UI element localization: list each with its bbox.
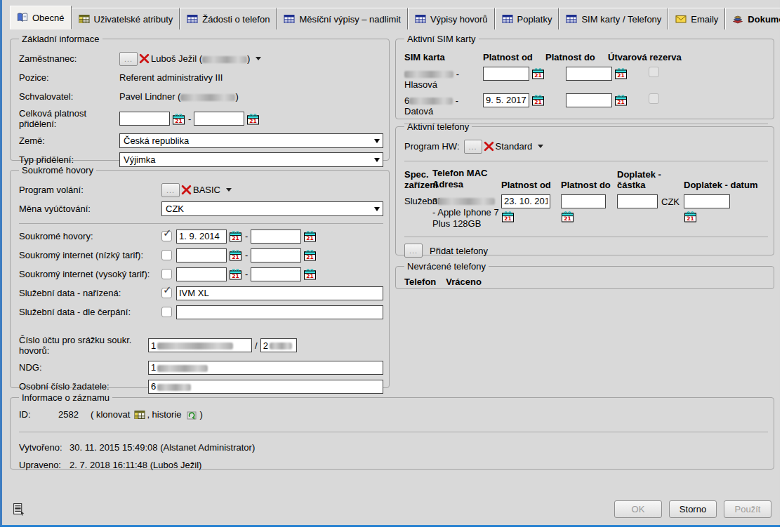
hw-program-browse-button[interactable]: ... [464, 140, 482, 154]
calling-program-browse-button[interactable]: ... [161, 183, 180, 197]
sim-from-input[interactable] [483, 67, 529, 81]
personal-number-label: Osobní číslo žadatele: [19, 381, 148, 392]
tab-mesicni-vypisy-nadlimit[interactable]: Měsíční výpisy – nadlimit [277, 8, 408, 29]
hw-program-dropdown-arrow-icon[interactable] [538, 145, 543, 148]
phone-surcharge-amount-cell: CZK [617, 194, 684, 208]
tab-uzivatelske-atributy[interactable]: Uživatelské atributy [72, 8, 180, 29]
sim-table-header: SIM karta Platnost od Platnost do Útvaro… [404, 53, 768, 63]
surcharge-amount-input[interactable] [617, 194, 658, 208]
employee-browse-button[interactable]: ... [119, 52, 138, 66]
calling-program-remove-icon[interactable] [181, 185, 192, 195]
employee-dropdown-arrow-icon[interactable] [256, 57, 261, 60]
surcharge-date-input[interactable] [684, 194, 730, 208]
active-sim-section: Aktivní SIM karty SIM karta Platnost od … [395, 34, 774, 119]
hw-program-remove-icon[interactable] [484, 141, 494, 152]
employee-remove-icon[interactable] [139, 53, 150, 64]
unreturned-header-returned: Vráceno [446, 277, 482, 287]
internet-low-checkbox[interactable] [161, 250, 172, 260]
sim-header-card: SIM karta [404, 53, 483, 63]
tab-label: Dokumenty [748, 14, 780, 25]
internet-high-to-input[interactable] [251, 267, 301, 281]
phone-to-input[interactable] [561, 194, 606, 208]
calendar-icon[interactable] [561, 211, 574, 222]
calendar-icon[interactable] [531, 67, 545, 79]
tab-emaily[interactable]: Emaily [668, 8, 725, 29]
validity-from-input[interactable] [119, 112, 170, 126]
tab-label: Poplatky [517, 14, 552, 25]
tab-zadosti-o-telefon[interactable]: Žádosti o telefon [180, 8, 277, 29]
device-number-prefix: 3 [432, 196, 437, 206]
tab-sim-karty-telefony[interactable]: SIM karty / Telefony [559, 8, 668, 29]
tab-dokumenty[interactable]: Dokumenty [725, 8, 780, 29]
work-data-mandatory-checkbox[interactable]: ✓ [161, 288, 172, 298]
employee-name: Luboš Ježil ( [151, 53, 202, 64]
calling-program-dropdown-arrow-icon[interactable] [226, 188, 232, 192]
tab-label: Uživatelské atributy [94, 14, 173, 25]
history-icon[interactable] [186, 409, 197, 420]
internet-low-to-input[interactable] [251, 248, 301, 262]
tab-poplatky[interactable]: Poplatky [495, 8, 559, 29]
sim-to-input[interactable] [566, 67, 612, 81]
ndg-redacted [157, 365, 208, 372]
calendar-icon[interactable] [303, 249, 317, 261]
tab-label: Žádosti o telefon [202, 14, 270, 25]
ok-button: OK [614, 500, 662, 518]
calendar-icon[interactable] [172, 113, 185, 125]
calendar-icon[interactable] [246, 113, 260, 125]
sim-to-input[interactable] [566, 93, 612, 107]
phone-from-input[interactable] [501, 194, 550, 208]
sim-row: 6 - Datová [404, 93, 768, 117]
close-paren: ) [200, 409, 203, 420]
active-sim-legend: Aktivní SIM karty [404, 34, 479, 44]
calendar-icon[interactable] [303, 230, 317, 242]
phone-type-cell: Služební [404, 194, 432, 206]
add-phone-button[interactable]: ... [404, 244, 423, 258]
private-calls-to-input[interactable] [251, 230, 301, 244]
calendar-icon[interactable] [684, 211, 697, 222]
divider [404, 161, 768, 162]
assignment-type-value: Výjimka [124, 154, 156, 165]
bank-code-input[interactable]: 2 [260, 338, 297, 352]
sim-from-input[interactable] [483, 93, 529, 107]
ndg-input[interactable]: 1 [148, 361, 383, 375]
calendar-icon[interactable] [501, 211, 515, 222]
created-label: Vytvořeno: [19, 442, 69, 453]
phone-from-cell [501, 194, 561, 222]
calendar-icon[interactable] [229, 268, 242, 280]
calendar-icon[interactable] [614, 94, 628, 106]
private-calls-checkbox[interactable]: ✓ [161, 231, 172, 241]
cancel-button[interactable]: Storno [669, 500, 717, 518]
work-data-usage-input[interactable] [176, 305, 383, 319]
private-calls-from-input[interactable] [176, 230, 227, 244]
work-data-usage-checkbox[interactable] [161, 307, 172, 317]
chevron-down-icon [374, 139, 380, 143]
personal-number-input[interactable]: 6 [148, 380, 383, 394]
tab-vypisy-hovoru[interactable]: Výpisy hovorů [408, 8, 495, 29]
validity-to-input[interactable] [194, 112, 244, 126]
phone-header-from: Platnost od [501, 180, 561, 191]
tab-obecne[interactable]: Obecné [10, 6, 72, 29]
clone-icon[interactable] [134, 409, 145, 420]
billing-currency-label: Měna vyúčtování: [19, 204, 161, 214]
account-number-input[interactable]: 1 [148, 338, 252, 352]
table-icon [415, 13, 426, 25]
internet-low-from-input[interactable] [176, 248, 227, 262]
phone-table-header: Spec. zařízení Telefon MAC Adresa Platno… [404, 168, 768, 191]
billing-currency-select[interactable]: CZK [161, 201, 383, 216]
range-dash: - [245, 250, 248, 260]
internet-high-from-input[interactable] [176, 267, 227, 281]
clone-text: ( klonovat [91, 409, 130, 420]
basic-info-legend: Základní informace [19, 34, 102, 44]
form-report-icon[interactable] [12, 503, 25, 516]
calendar-icon[interactable] [229, 249, 242, 261]
calendar-icon[interactable] [229, 230, 242, 242]
work-data-mandatory-input[interactable] [176, 286, 383, 300]
internet-high-checkbox[interactable] [161, 269, 172, 279]
calling-program-value: BASIC [193, 185, 220, 195]
calendar-icon[interactable] [531, 94, 545, 106]
sim-reserve-checkbox [649, 67, 659, 77]
private-calls-label: Soukromé hovory: [19, 231, 161, 241]
country-select[interactable]: Česká republika [119, 133, 383, 148]
calendar-icon[interactable] [614, 67, 628, 79]
calendar-icon[interactable] [303, 268, 317, 280]
